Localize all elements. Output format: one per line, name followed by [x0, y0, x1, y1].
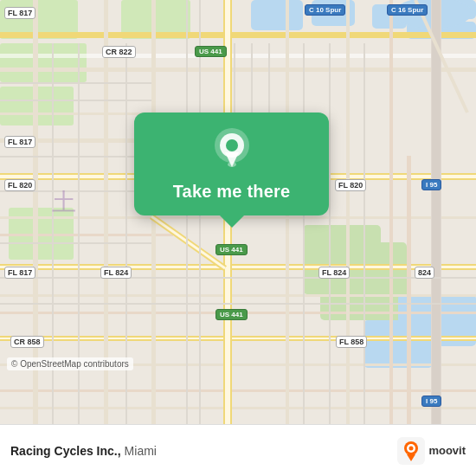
map-container: 土 FL 817 CR 822 FL 817 FL 820 FL 820 FL … [0, 0, 476, 424]
svg-rect-53 [0, 277, 476, 279]
moovit-icon [397, 437, 425, 465]
svg-rect-28 [0, 234, 173, 236]
svg-point-74 [409, 446, 414, 450]
popup-card[interactable]: Take me there [134, 113, 329, 215]
highway-i95-2: I 95 [421, 396, 441, 407]
highway-i95-1: I 95 [421, 179, 441, 190]
bottom-bar: Racing Cycles Inc., Miami moovit [0, 424, 476, 476]
location-pin-icon [209, 128, 254, 173]
svg-rect-32 [0, 389, 476, 392]
svg-rect-48 [0, 82, 151, 84]
road-label-cr822: CR 822 [102, 46, 136, 58]
svg-rect-50 [0, 156, 151, 158]
location-name: Racing Cycles Inc., [10, 444, 121, 458]
svg-rect-52 [0, 242, 151, 244]
road-label-fl817-1: FL 817 [4, 7, 35, 19]
highway-us441-4: US 441 [215, 309, 248, 320]
svg-rect-58 [303, 43, 305, 424]
svg-rect-18 [0, 68, 476, 72]
svg-rect-12 [303, 225, 381, 294]
svg-rect-1 [251, 0, 303, 30]
svg-rect-16 [0, 32, 476, 38]
road-label-fl820-1: FL 820 [4, 179, 35, 191]
road-label-cr858: CR 858 [10, 336, 44, 348]
road-label-fl817-3: FL 817 [4, 267, 35, 279]
map-attribution: © OpenStreetMap contributors [7, 357, 133, 370]
road-label-fl824-1: FL 824 [100, 267, 132, 279]
highway-us441-3: US 441 [215, 244, 248, 255]
svg-rect-43 [389, 0, 393, 424]
svg-rect-49 [0, 100, 151, 101]
svg-rect-59 [329, 43, 331, 424]
svg-rect-37 [432, 0, 441, 424]
svg-rect-22 [0, 266, 476, 268]
moovit-text: moovit [428, 444, 466, 457]
moovit-logo: moovit [397, 437, 466, 465]
highway-c10spur: C 10 Spur [305, 4, 345, 16]
highway-us441-1: US 441 [195, 46, 227, 57]
svg-point-68 [226, 139, 238, 151]
road-label-fl824-2: FL 824 [318, 267, 350, 279]
road-label-fl817-2: FL 817 [4, 136, 35, 148]
svg-rect-33 [0, 407, 476, 409]
svg-rect-17 [0, 54, 476, 58]
road-label-fl820-3: FL 820 [335, 179, 366, 191]
svg-rect-60 [363, 43, 365, 424]
landmark-character: 土 [52, 186, 76, 219]
svg-rect-29 [0, 294, 476, 297]
svg-rect-42 [346, 0, 350, 424]
location-city: Miami [125, 444, 157, 458]
road-label-824: 824 [415, 267, 434, 279]
popup-take-me-there-label: Take me there [173, 182, 291, 202]
svg-rect-8 [0, 43, 87, 82]
highway-c16spur: C 16 Spur [387, 4, 428, 16]
svg-rect-54 [0, 303, 476, 305]
svg-rect-44 [407, 156, 411, 424]
road-label-fl858: FL 858 [336, 336, 367, 348]
svg-rect-24 [0, 338, 476, 339]
